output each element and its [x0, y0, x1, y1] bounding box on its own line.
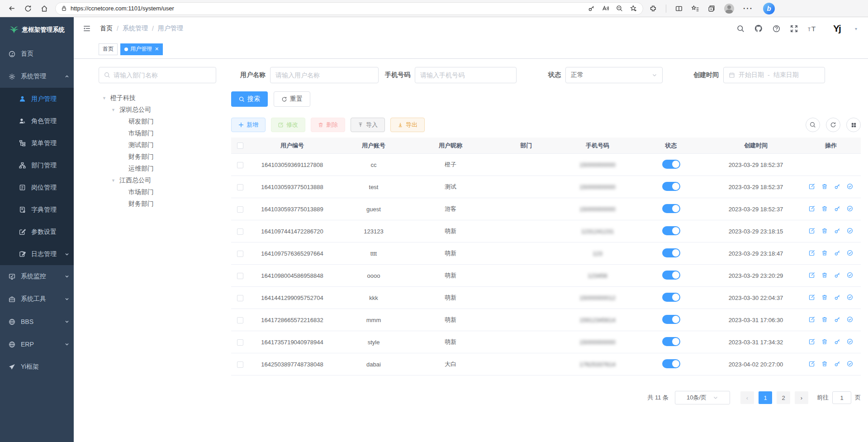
password-key-icon[interactable] [588, 5, 595, 12]
sidebar-item-dict-mgmt[interactable]: 字典管理 [0, 199, 74, 221]
browser-refresh-button[interactable] [21, 2, 35, 15]
row-checkbox[interactable] [237, 184, 243, 190]
row-delete-icon[interactable] [821, 316, 828, 323]
table-row[interactable]: 1641735719040978944 style 萌新 15000000000… [231, 331, 861, 353]
row-delete-icon[interactable] [821, 272, 828, 278]
row-assign-role-icon[interactable] [847, 228, 853, 234]
row-assign-role-icon[interactable] [847, 316, 853, 323]
row-reset-password-icon[interactable] [834, 183, 840, 190]
sidebar-item-bbs[interactable]: BBS [0, 310, 74, 333]
row-checkbox[interactable] [237, 339, 243, 346]
row-edit-icon[interactable] [809, 316, 815, 323]
sidebar-item-system[interactable]: 系统管理 [0, 65, 74, 88]
browser-address-bar[interactable]: https://ccnetcore.com:1101/system/user [55, 2, 643, 15]
tab-user-mgmt[interactable]: 用户管理 ✕ [120, 43, 163, 55]
sidebar-item-role-mgmt[interactable]: 角色管理 [0, 110, 74, 132]
sidebar-fold-icon[interactable] [83, 25, 91, 32]
favorites-list-icon[interactable] [692, 5, 699, 12]
row-checkbox[interactable] [237, 162, 243, 168]
row-reset-password-icon[interactable] [834, 272, 840, 278]
row-assign-role-icon[interactable] [847, 338, 853, 345]
select-all-checkbox[interactable] [237, 143, 243, 149]
row-assign-role-icon[interactable] [847, 272, 853, 278]
lock-icon[interactable] [61, 5, 67, 11]
row-assign-role-icon[interactable] [847, 361, 853, 367]
row-checkbox[interactable] [237, 295, 243, 301]
row-reset-password-icon[interactable] [834, 294, 840, 300]
row-edit-icon[interactable] [809, 338, 815, 345]
row-reset-password-icon[interactable] [834, 316, 840, 323]
tab-home[interactable]: 首页 [99, 43, 118, 55]
status-toggle[interactable] [662, 160, 680, 169]
row-assign-role-icon[interactable] [847, 183, 853, 190]
sidebar-item-dept-mgmt[interactable]: 部门管理 [0, 154, 74, 176]
row-reset-password-icon[interactable] [834, 205, 840, 212]
page-size-select[interactable]: 10条/页 [675, 391, 730, 404]
row-delete-icon[interactable] [821, 250, 828, 256]
dept-search-input[interactable] [114, 71, 211, 79]
table-row[interactable]: 1641728665572216832 mmm 萌新 15912345614 2… [231, 309, 861, 331]
collections-icon[interactable] [708, 5, 715, 12]
header-search-icon[interactable] [737, 25, 745, 33]
goto-page-input[interactable] [832, 391, 851, 404]
reset-button[interactable]: 重置 [274, 91, 310, 107]
row-checkbox[interactable] [237, 228, 243, 235]
row-checkbox[interactable] [237, 361, 243, 368]
help-icon[interactable] [773, 25, 780, 33]
row-checkbox[interactable] [237, 273, 243, 279]
phone-input[interactable] [420, 71, 511, 79]
table-row[interactable]: 1641030593691127808 cc 橙子 15000000000 20… [231, 154, 861, 176]
split-screen-icon[interactable] [675, 5, 683, 12]
dept-search-box[interactable] [99, 67, 216, 83]
end-date-placeholder[interactable]: 结束日期 [773, 71, 799, 79]
row-edit-icon[interactable] [809, 205, 815, 212]
status-toggle[interactable] [662, 271, 680, 280]
import-button[interactable]: 导入 [351, 118, 385, 132]
browser-home-button[interactable] [38, 2, 51, 15]
edit-button[interactable]: 修改 [271, 118, 305, 132]
breadcrumb-home[interactable]: 首页 [100, 24, 113, 33]
sidebar-item-monitor[interactable]: 系统监控 [0, 265, 74, 288]
next-page-button[interactable]: › [795, 391, 808, 404]
username-input[interactable] [275, 71, 373, 79]
tree-node[interactable]: ▼ 运维部门 [99, 163, 216, 175]
column-settings-icon[interactable] [846, 118, 861, 132]
status-toggle[interactable] [662, 204, 680, 213]
row-delete-icon[interactable] [821, 205, 828, 212]
row-edit-icon[interactable] [809, 272, 815, 278]
row-edit-icon[interactable] [809, 183, 815, 190]
browser-back-button[interactable] [5, 2, 19, 15]
row-checkbox[interactable] [237, 251, 243, 257]
row-delete-icon[interactable] [821, 183, 828, 190]
fullscreen-icon[interactable] [790, 25, 798, 33]
start-date-placeholder[interactable]: 开始日期 [739, 71, 764, 79]
row-checkbox[interactable] [237, 206, 243, 213]
row-checkbox[interactable] [237, 317, 243, 323]
search-button[interactable]: 搜索 [231, 91, 268, 107]
row-edit-icon[interactable] [809, 250, 815, 256]
browser-profile-avatar[interactable] [724, 4, 734, 14]
delete-button[interactable]: 删除 [311, 118, 345, 132]
table-row[interactable]: 1641097576365297664 tttt 萌新 123 2023-03-… [231, 242, 861, 265]
row-assign-role-icon[interactable] [847, 205, 853, 212]
tree-node[interactable]: ▼ 研发部门 [99, 116, 216, 128]
more-menu-icon[interactable]: ··· [743, 5, 753, 13]
row-reset-password-icon[interactable] [834, 338, 840, 345]
export-button[interactable]: 导出 [390, 118, 425, 132]
date-range-picker[interactable]: 开始日期 - 结束日期 [723, 67, 825, 83]
row-reset-password-icon[interactable] [834, 228, 840, 234]
sidebar-item-log-mgmt[interactable]: 日志管理 [0, 243, 74, 265]
sidebar-item-menu-mgmt[interactable]: 菜单管理 [0, 132, 74, 154]
status-toggle[interactable] [662, 248, 680, 257]
tree-node[interactable]: ▼ 市场部门 [99, 128, 216, 139]
status-toggle[interactable] [662, 293, 680, 302]
table-row[interactable]: 1642503897748738048 dabai 大白 17625337614… [231, 353, 861, 375]
row-delete-icon[interactable] [821, 361, 828, 367]
prev-page-button[interactable]: ‹ [740, 391, 754, 404]
table-search-toggle-icon[interactable] [806, 118, 820, 132]
table-row[interactable]: 1641030593775013888 test 测试 15000000000 … [231, 176, 861, 198]
row-delete-icon[interactable] [821, 338, 828, 345]
row-delete-icon[interactable] [821, 228, 828, 234]
tree-node[interactable]: ▼ 市场部门 [99, 186, 216, 198]
row-reset-password-icon[interactable] [834, 250, 840, 256]
